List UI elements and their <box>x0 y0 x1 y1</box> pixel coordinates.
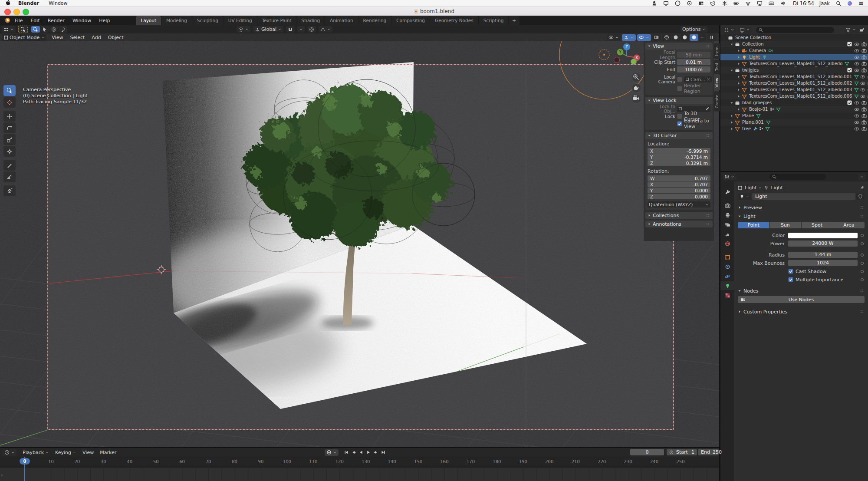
frame-start-field[interactable]: Start1 <box>667 449 697 455</box>
light-color-swatch[interactable] <box>788 233 858 238</box>
wifi-menu-extra[interactable] <box>745 0 751 6</box>
panels-menu-extra[interactable] <box>698 0 704 6</box>
light-name-field[interactable]: Light <box>752 193 855 200</box>
workspace-tab-scripting[interactable]: Scripting <box>479 16 509 25</box>
topbar-menu-render[interactable]: Render <box>48 18 65 23</box>
workspace-tab-modeling[interactable]: Modeling <box>161 16 192 25</box>
vlc-menu-extra[interactable] <box>651 0 657 6</box>
proportional-editing-toggle[interactable] <box>307 26 316 33</box>
timeline-editor-type-selector[interactable] <box>3 449 16 456</box>
cursor-location-x-field[interactable]: X-5.999 m <box>648 148 710 154</box>
zoom-button[interactable] <box>632 73 641 82</box>
new-collection-button[interactable] <box>858 26 866 33</box>
outliner-row-texturescom-leaves-maple01-512-albedo-003[interactable]: TexturesCom_Leaves_Maple01_512_albedo.00… <box>720 86 868 93</box>
timeline-ruler[interactable]: 1020304050607080901001101201301401501601… <box>0 457 719 468</box>
outliner-row-collection[interactable]: Collection <box>720 41 868 47</box>
macos-user[interactable]: Jaak <box>819 0 830 7</box>
animate-importance-dot[interactable] <box>861 278 864 281</box>
hide-viewport-toggle[interactable] <box>854 48 859 53</box>
record-menu-extra[interactable] <box>687 0 692 6</box>
light-type-area[interactable]: Area <box>833 222 865 228</box>
options-dropdown[interactable]: Options <box>681 26 707 33</box>
collection-enable-checkbox[interactable] <box>847 42 852 47</box>
custom-properties-header[interactable]: Custom Properties <box>738 308 865 315</box>
properties-editor-type-selector[interactable] <box>723 174 736 180</box>
battery-menu-extra[interactable] <box>733 0 739 6</box>
disable-render-toggle[interactable] <box>861 120 867 125</box>
clip-end-field[interactable]: 1000 m <box>677 66 710 72</box>
viewport-menu-add[interactable]: Add <box>92 35 101 40</box>
shading-dropdown[interactable] <box>699 34 706 41</box>
outliner-row-light[interactable]: Light <box>720 54 868 60</box>
disable-render-toggle[interactable] <box>861 113 867 119</box>
select-mode-lasso[interactable] <box>59 26 67 33</box>
workspace-tab-animation[interactable]: Animation <box>325 16 358 25</box>
outliner-display-mode-dropdown[interactable] <box>738 26 752 33</box>
collection-enable-checkbox[interactable] <box>847 100 852 105</box>
panel-collections-header[interactable]: Collections <box>645 212 713 219</box>
lock-to-3d-cursor-checkbox[interactable] <box>677 114 682 119</box>
outliner-row-tree[interactable]: tree <box>720 125 868 132</box>
light-type-point[interactable]: Point <box>738 222 769 228</box>
viewport-menu-view[interactable]: View <box>52 35 63 40</box>
workspace-tab-shading[interactable]: Shading <box>296 16 325 25</box>
properties-search-input[interactable] <box>769 174 826 180</box>
local-camera-field[interactable]: Cam... <box>684 76 712 82</box>
proportional-falloff-dropdown[interactable] <box>319 26 332 33</box>
cursor-rotation-z-field[interactable]: Z0.000 <box>648 194 710 199</box>
hide-viewport-toggle[interactable] <box>860 94 865 99</box>
topbar-menu-window[interactable]: Window <box>72 18 91 23</box>
tool-cursor-button[interactable] <box>3 97 16 108</box>
cursor-rotation-w-field[interactable]: W-0.707 <box>648 175 710 181</box>
properties-tab-tool[interactable] <box>720 188 734 196</box>
tool-add-cube-button[interactable] <box>3 185 16 196</box>
notification-center-button[interactable] <box>858 1 864 6</box>
clip-start-field[interactable]: 0.01 m <box>677 59 710 65</box>
hide-viewport-toggle[interactable] <box>854 61 859 66</box>
fake-user-button[interactable] <box>856 193 865 200</box>
outliner-row-twijgjes[interactable]: twijgjes <box>720 67 868 73</box>
macos-menu-blender[interactable]: Blender <box>18 0 39 6</box>
properties-tab-texture[interactable] <box>720 291 734 300</box>
show-overlays-toggle[interactable] <box>637 34 651 41</box>
jump-last-button[interactable] <box>380 449 386 455</box>
apple-menu[interactable] <box>5 0 10 7</box>
power-field[interactable]: 24000 W <box>788 240 858 247</box>
mode-dropdown[interactable]: Object Mode <box>2 34 46 41</box>
timeline-menu-keying[interactable]: Keying <box>55 450 76 455</box>
macos-menu-window[interactable]: Window <box>49 0 67 6</box>
disable-render-toggle[interactable] <box>861 61 867 66</box>
outliner-row-blad-groepjes[interactable]: blad-groepjes <box>720 99 868 106</box>
volume-menu-extra[interactable] <box>780 0 786 6</box>
camera-to-view-checkbox[interactable] <box>677 121 682 126</box>
hide-viewport-toggle[interactable] <box>860 81 865 86</box>
pan-button[interactable] <box>632 84 641 92</box>
hide-viewport-toggle[interactable] <box>854 107 859 112</box>
tool-measure-button[interactable] <box>3 171 16 182</box>
play-reverse-button[interactable] <box>358 449 364 455</box>
panel-view-lock-header[interactable]: View Lock <box>645 97 713 104</box>
use-nodes-button[interactable]: Use Nodes <box>738 296 865 303</box>
adobe-cc-menu-extra[interactable] <box>675 0 681 6</box>
sidebar-tab-create[interactable]: Create <box>714 92 720 112</box>
radius-field[interactable]: 1.44 m <box>788 252 858 258</box>
spotlight-button[interactable] <box>836 1 841 6</box>
light-id-dropdown[interactable] <box>738 193 751 200</box>
clear-local-camera-button[interactable] <box>707 77 710 81</box>
timeline-expand-arrow[interactable]: › <box>1 472 3 478</box>
properties-tab-constraints[interactable] <box>720 262 734 271</box>
current-frame-badge[interactable]: 0 <box>20 458 30 465</box>
light-panel-header[interactable]: Light <box>738 213 865 220</box>
outliner-row-scene-collection[interactable]: Scene Collection <box>720 34 868 41</box>
camera-view-button[interactable] <box>632 94 641 103</box>
nodes-panel-header[interactable]: Nodes <box>738 287 865 294</box>
outliner-row-plane-001[interactable]: Plane.001 <box>720 119 868 125</box>
hide-viewport-toggle[interactable] <box>854 113 859 119</box>
disable-render-toggle[interactable] <box>861 100 867 105</box>
outliner-row-texturescom-leaves-maple01-512-albedo-001[interactable]: TexturesCom_Leaves_Maple01_512_albedo.00… <box>720 73 868 80</box>
keyboard-menu-extra[interactable] <box>769 0 774 6</box>
display-mirror-menu-extra[interactable] <box>663 0 669 6</box>
local-camera-checkbox[interactable] <box>677 77 682 82</box>
snap-target-dropdown[interactable] <box>297 26 305 33</box>
airplay-menu-extra[interactable] <box>757 0 763 6</box>
